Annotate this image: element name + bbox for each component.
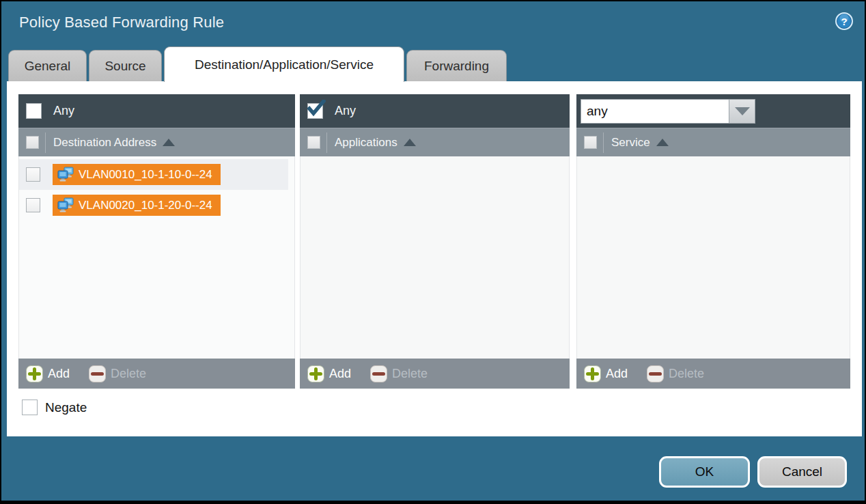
applications-delete-button[interactable]: Delete xyxy=(370,365,428,382)
service-type-dropdown[interactable] xyxy=(581,99,755,124)
address-name: VLAN0010_10-1-10-0--24 xyxy=(79,168,212,182)
delete-minus-icon xyxy=(370,365,387,382)
service-column-header[interactable]: Service xyxy=(576,128,850,156)
dialog-titlebar: Policy Based Forwarding Rule ? xyxy=(1,1,865,45)
row-checkbox[interactable] xyxy=(26,198,40,212)
column-separator xyxy=(603,132,604,153)
address-group-icon xyxy=(57,197,74,213)
applications-any-label: Any xyxy=(335,104,356,118)
tab-forwarding[interactable]: Forwarding xyxy=(406,50,507,82)
sort-ascending-icon xyxy=(404,139,416,146)
service-column-title: Service xyxy=(611,136,650,150)
column-separator xyxy=(45,132,46,153)
pbf-rule-dialog: Policy Based Forwarding Rule ? General S… xyxy=(0,0,866,504)
applications-panel: Any Applications Add Delete xyxy=(300,94,570,389)
applications-row-list xyxy=(300,156,570,359)
dialog-title: Policy Based Forwarding Rule xyxy=(19,14,224,31)
address-name: VLAN0020_10-1-20-0--24 xyxy=(79,199,212,212)
delete-minus-icon xyxy=(89,365,106,382)
destination-column-title: Destination Address xyxy=(53,136,156,150)
add-plus-icon xyxy=(584,365,601,382)
negate-checkbox[interactable] xyxy=(22,400,38,415)
delete-label: Delete xyxy=(669,367,704,381)
destination-row[interactable]: VLAN0020_10-1-20-0--24 xyxy=(19,190,288,221)
destination-select-all-checkbox[interactable] xyxy=(26,136,39,149)
negate-label: Negate xyxy=(45,400,87,415)
add-label: Add xyxy=(606,367,628,381)
add-label: Add xyxy=(48,367,70,381)
destination-row[interactable]: VLAN0010_10-1-10-0--24 xyxy=(19,159,288,190)
service-panel: Service Add Delete xyxy=(576,94,850,389)
cancel-button[interactable]: Cancel xyxy=(757,456,847,488)
destination-row-list: VLAN0010_10-1-10-0--24 VLAN0020_10-1-20-… xyxy=(18,156,295,359)
applications-toolbar: Add Delete xyxy=(300,359,570,389)
applications-add-button[interactable]: Add xyxy=(307,365,351,382)
ok-button[interactable]: OK xyxy=(659,456,750,488)
service-select-all-checkbox[interactable] xyxy=(584,136,597,149)
help-icon[interactable]: ? xyxy=(835,12,854,31)
add-label: Add xyxy=(329,367,351,381)
sort-ascending-icon xyxy=(656,139,669,146)
service-delete-button[interactable]: Delete xyxy=(647,365,704,382)
row-checkbox[interactable] xyxy=(26,167,40,182)
service-add-button[interactable]: Add xyxy=(584,365,628,382)
delete-minus-icon xyxy=(647,365,664,382)
address-chip[interactable]: VLAN0010_10-1-10-0--24 xyxy=(53,164,221,185)
address-chip[interactable]: VLAN0020_10-1-20-0--24 xyxy=(53,195,221,216)
chevron-down-icon xyxy=(735,107,750,115)
destination-any-label: Any xyxy=(53,104,74,118)
add-plus-icon xyxy=(26,365,43,382)
svg-text:?: ? xyxy=(841,16,847,27)
delete-label: Delete xyxy=(111,367,146,381)
tab-destination-application-service[interactable]: Destination/Application/Service xyxy=(164,46,404,82)
tab-source[interactable]: Source xyxy=(89,50,162,82)
destination-any-bar: Any xyxy=(18,94,295,128)
applications-any-checkbox[interactable] xyxy=(307,103,323,119)
applications-column-title: Applications xyxy=(335,136,397,150)
applications-select-all-checkbox[interactable] xyxy=(307,136,320,149)
destination-add-button[interactable]: Add xyxy=(26,365,70,382)
column-separator xyxy=(326,132,327,153)
destination-delete-button[interactable]: Delete xyxy=(89,365,146,382)
service-select-bar xyxy=(576,94,850,128)
service-type-input[interactable] xyxy=(581,99,729,124)
negate-control[interactable]: Negate xyxy=(22,400,87,415)
delete-label: Delete xyxy=(392,367,428,381)
sort-ascending-icon xyxy=(163,139,175,146)
add-plus-icon xyxy=(307,365,324,382)
dropdown-button[interactable] xyxy=(729,99,755,124)
destination-column-header[interactable]: Destination Address xyxy=(18,128,295,156)
service-row-list xyxy=(576,156,850,359)
applications-column-header[interactable]: Applications xyxy=(300,128,570,156)
applications-any-bar: Any xyxy=(300,94,570,128)
destination-any-checkbox[interactable] xyxy=(26,103,42,119)
destination-address-panel: Any Destination Address VLAN0010_10-1-10… xyxy=(18,94,295,389)
address-group-icon xyxy=(57,167,74,182)
service-toolbar: Add Delete xyxy=(576,359,850,389)
tab-general[interactable]: General xyxy=(8,50,87,82)
tab-content: Any Destination Address VLAN0010_10-1-10… xyxy=(7,81,862,436)
destination-toolbar: Add Delete xyxy=(18,359,295,389)
